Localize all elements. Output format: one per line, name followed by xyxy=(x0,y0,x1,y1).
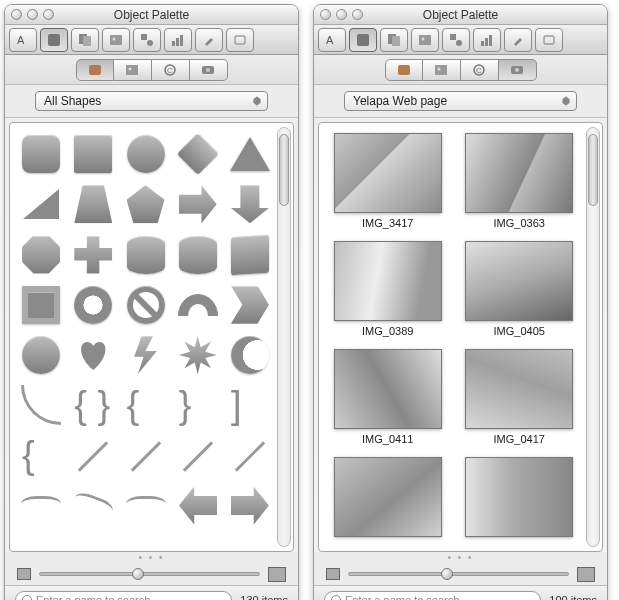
shape-down-arrow[interactable] xyxy=(229,183,271,225)
tab-symbols[interactable]: C xyxy=(152,59,190,81)
tools-button[interactable] xyxy=(504,28,532,52)
shape-s-curve[interactable] xyxy=(72,484,114,526)
shape-donut[interactable] xyxy=(72,284,114,326)
svg-rect-20 xyxy=(357,34,369,46)
vertical-scrollbar[interactable] xyxy=(277,127,291,547)
shape-diamond[interactable] xyxy=(177,133,219,175)
shape-arc[interactable] xyxy=(177,284,219,326)
shape-right-triangle[interactable] xyxy=(20,183,62,225)
shape-line[interactable] xyxy=(124,434,166,476)
shape-bracket-close[interactable]: ] xyxy=(229,384,271,426)
zoom-icon[interactable] xyxy=(43,9,54,20)
tab-photos[interactable] xyxy=(499,59,537,81)
tab-shapes[interactable] xyxy=(76,59,114,81)
charts-button[interactable] xyxy=(473,28,501,52)
photo-label: IMG_0411 xyxy=(362,433,413,445)
shape-triangle[interactable] xyxy=(229,133,271,175)
photo-item[interactable]: IMG_0363 xyxy=(461,133,579,229)
shape-octagon[interactable] xyxy=(20,233,62,275)
shapes-button[interactable] xyxy=(442,28,470,52)
shape-square[interactable] xyxy=(72,133,114,175)
object-palette-button[interactable] xyxy=(349,28,377,52)
photo-item[interactable]: IMG_0389 xyxy=(329,241,447,337)
thumbnail-size-slider[interactable] xyxy=(39,572,260,576)
shape-cylinder[interactable] xyxy=(124,233,166,275)
object-palette-window-shapes: Object Palette A C All Shapes xyxy=(4,4,299,600)
shape-bevel-square[interactable] xyxy=(20,284,62,326)
shape-rounded-square[interactable] xyxy=(20,133,62,175)
tab-clipart[interactable] xyxy=(423,59,461,81)
inspector-button[interactable] xyxy=(535,28,563,52)
filter-dropdown[interactable]: All Shapes xyxy=(35,91,268,111)
thumbnail-size-slider[interactable] xyxy=(348,572,569,576)
minimize-icon[interactable] xyxy=(336,9,347,20)
photo-item[interactable] xyxy=(461,457,579,541)
minimize-icon[interactable] xyxy=(27,9,38,20)
shape-plus[interactable] xyxy=(72,233,114,275)
resize-grip-icon[interactable]: • • • xyxy=(5,552,298,563)
photo-item[interactable]: IMG_0411 xyxy=(329,349,447,445)
shape-brace-close[interactable]: } xyxy=(177,384,219,426)
pages-button[interactable] xyxy=(71,28,99,52)
shape-no-sign[interactable] xyxy=(124,284,166,326)
titlebar[interactable]: Object Palette xyxy=(314,5,607,25)
shape-line-diag[interactable] xyxy=(72,434,114,476)
tools-button[interactable] xyxy=(195,28,223,52)
shape-chevron[interactable] xyxy=(229,284,271,326)
tab-symbols[interactable]: C xyxy=(461,59,499,81)
tab-photos[interactable] xyxy=(190,59,228,81)
photo-item[interactable]: IMG_3417 xyxy=(329,133,447,229)
shape-squiggle-arrow[interactable] xyxy=(124,484,166,526)
shape-arrow-line-2[interactable] xyxy=(229,434,271,476)
tab-clipart[interactable] xyxy=(114,59,152,81)
text-tool-button[interactable]: A xyxy=(9,28,37,52)
tab-shapes[interactable] xyxy=(385,59,423,81)
media-button[interactable] xyxy=(411,28,439,52)
shape-arrow-line-1[interactable] xyxy=(177,434,219,476)
inspector-button[interactable] xyxy=(226,28,254,52)
titlebar[interactable]: Object Palette xyxy=(5,5,298,25)
shape-brace-open[interactable]: { xyxy=(124,384,166,426)
shape-bracket-pair[interactable]: { } xyxy=(72,384,114,426)
search-input[interactable]: Enter a name to search xyxy=(15,591,232,601)
filter-value: Yelapa Web page xyxy=(353,94,447,108)
footer: Enter a name to search 100 items xyxy=(314,585,607,600)
charts-button[interactable] xyxy=(164,28,192,52)
shape-block-arrow-right[interactable] xyxy=(229,484,271,526)
svg-point-18 xyxy=(206,68,210,72)
shape-cube[interactable] xyxy=(229,233,271,275)
search-input[interactable]: Enter a name to search xyxy=(324,591,541,601)
main-toolbar: A xyxy=(314,25,607,55)
photo-item[interactable] xyxy=(329,457,447,541)
pages-button[interactable] xyxy=(380,28,408,52)
media-button[interactable] xyxy=(102,28,130,52)
shapes-button[interactable] xyxy=(133,28,161,52)
shape-crescent[interactable] xyxy=(229,334,271,376)
photo-item[interactable]: IMG_0417 xyxy=(461,349,579,445)
filter-dropdown[interactable]: Yelapa Web page xyxy=(344,91,577,111)
object-palette-button[interactable] xyxy=(40,28,68,52)
shape-smiley[interactable] xyxy=(20,334,62,376)
shape-heart[interactable] xyxy=(72,334,114,376)
text-tool-button[interactable]: A xyxy=(318,28,346,52)
shape-trapezoid[interactable] xyxy=(72,183,114,225)
resize-grip-icon[interactable]: • • • xyxy=(314,552,607,563)
shape-pentagon[interactable] xyxy=(124,183,166,225)
close-icon[interactable] xyxy=(320,9,331,20)
shape-right-arrow[interactable] xyxy=(177,183,219,225)
zoom-icon[interactable] xyxy=(352,9,363,20)
photo-item[interactable]: IMG_0405 xyxy=(461,241,579,337)
shape-block-arrow-left[interactable] xyxy=(177,484,219,526)
shape-squiggle[interactable] xyxy=(20,484,62,526)
svg-rect-31 xyxy=(398,65,410,75)
shape-starburst[interactable] xyxy=(177,334,219,376)
shape-brace-left[interactable]: { xyxy=(20,434,62,476)
shape-cylinder-2[interactable] xyxy=(177,233,219,275)
shape-lightning[interactable] xyxy=(124,334,166,376)
close-icon[interactable] xyxy=(11,9,22,20)
shape-circle[interactable] xyxy=(124,133,166,175)
shape-curve[interactable] xyxy=(20,384,62,426)
svg-rect-10 xyxy=(180,35,183,46)
vertical-scrollbar[interactable] xyxy=(586,127,600,547)
search-placeholder: Enter a name to search xyxy=(345,594,459,601)
